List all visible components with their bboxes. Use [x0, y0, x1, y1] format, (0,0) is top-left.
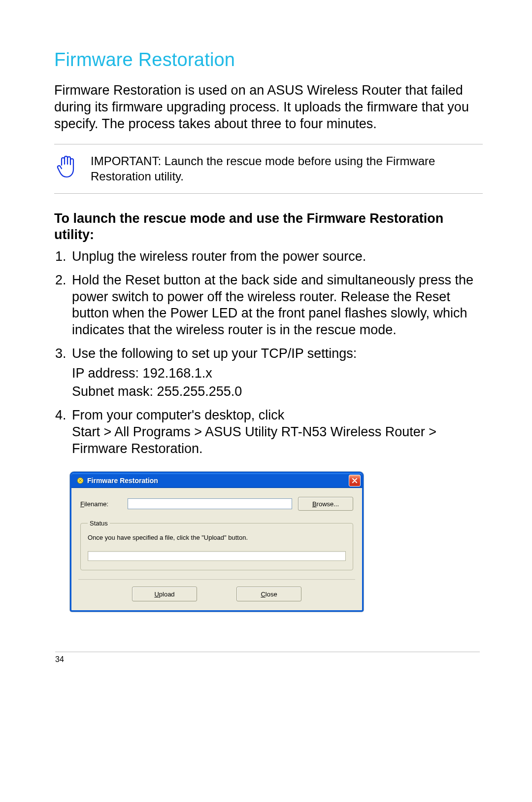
status-text: Once you have specified a file, click th…: [88, 534, 346, 541]
step-4: From your computer's desktop, click Star…: [70, 407, 483, 457]
browse-rest: rowse...: [317, 500, 339, 508]
dialog-titlebar[interactable]: Firmware Restoration: [71, 473, 362, 488]
ip-label: IP address: [72, 366, 135, 381]
step-2: Hold the Reset button at the back side a…: [70, 272, 483, 339]
step-4-line1: From your computer's desktop, click: [72, 408, 284, 422]
hand-stop-icon: [54, 153, 79, 178]
status-legend: Status: [88, 520, 110, 527]
step-4-line2: Start > All Programs > ASUS Utility RT-N…: [72, 424, 483, 457]
mask-value: 255.255.255.0: [157, 384, 242, 399]
close-button[interactable]: Close: [236, 587, 301, 601]
upload-rest: pload: [159, 591, 175, 598]
intro-paragraph: Firmware Restoration is used on an ASUS …: [54, 82, 483, 132]
filename-input[interactable]: [128, 498, 292, 509]
progress-bar: [88, 551, 346, 561]
upload-button[interactable]: Upload: [132, 587, 197, 601]
separator: [78, 579, 355, 580]
important-callout: IMPORTANT: Launch the rescue mode before…: [54, 144, 483, 193]
callout-text: IMPORTANT: Launch the rescue mode before…: [91, 153, 483, 184]
close-rest: lose: [266, 591, 277, 598]
step-3: Use the following to set up your TCP/IP …: [70, 346, 483, 400]
close-icon[interactable]: [349, 475, 361, 487]
section-heading: Firmware Restoration: [54, 49, 483, 70]
page-number: 34: [55, 655, 480, 664]
ip-address-line: IP address: 192.168.1.x: [72, 365, 483, 382]
ip-value: 192.168.1.x: [143, 366, 212, 381]
step-3-text: Use the following to set up your TCP/IP …: [72, 346, 357, 361]
step-1: Unplug the wireless router from the powe…: [70, 248, 483, 265]
subheading: To launch the rescue mode and use the Fi…: [54, 210, 483, 244]
browse-button[interactable]: Browse...: [298, 497, 353, 511]
status-group: Status Once you have specified a file, c…: [80, 520, 353, 570]
subnet-mask-line: Subnet mask: 255.255.255.0: [72, 384, 483, 400]
filename-label-rest: ilename:: [84, 500, 108, 508]
footer-rule: [55, 652, 480, 652]
dialog-title: Firmware Restoration: [87, 477, 349, 485]
filename-label: Filename:: [80, 500, 122, 508]
app-icon: [76, 477, 84, 485]
firmware-restoration-dialog: Firmware Restoration Filename: Browse...…: [70, 472, 364, 612]
mask-label: Subnet mask: [72, 384, 150, 399]
steps-list: Unplug the wireless router from the powe…: [54, 248, 483, 457]
